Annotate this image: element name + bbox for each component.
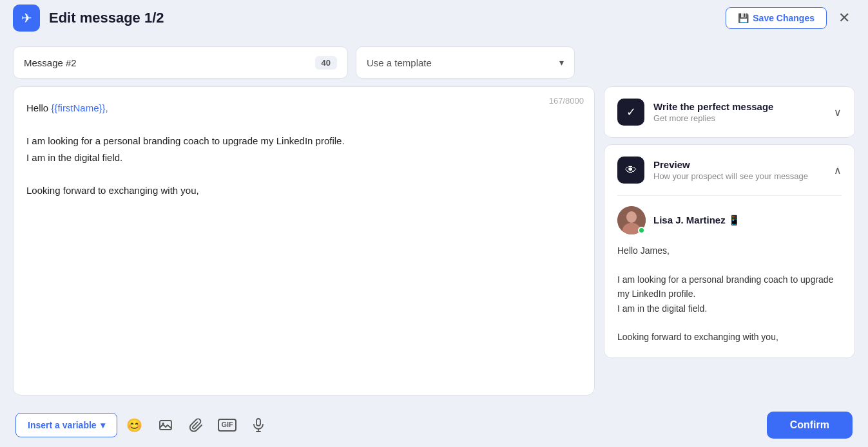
svg-point-1 bbox=[626, 211, 637, 223]
gif-icon: GIF bbox=[218, 419, 236, 431]
preview-greeting: Hello James, bbox=[617, 243, 842, 258]
avatar-online-indicator bbox=[638, 227, 645, 234]
editor-line-2: I am looking for a personal branding coa… bbox=[26, 133, 581, 149]
save-changes-button[interactable]: 💾 Save Changes bbox=[726, 7, 827, 29]
avatar bbox=[617, 206, 646, 234]
write-perfect-header[interactable]: ✓ Write the perfect message Get more rep… bbox=[604, 87, 854, 137]
preview-line1: I am looking for a personal branding coa… bbox=[617, 272, 842, 301]
avatar-image bbox=[617, 206, 646, 234]
write-perfect-title: Write the perfect message bbox=[653, 101, 825, 112]
template-select-label: Use a template bbox=[367, 57, 432, 68]
preview-chevron-icon: ∧ bbox=[834, 164, 842, 176]
write-perfect-icon: ✓ bbox=[617, 99, 644, 126]
main-content: Message #2 40 Use a template ▾ 167/8000 … bbox=[0, 36, 868, 447]
insert-variable-label: Insert a variable bbox=[28, 420, 97, 430]
write-perfect-subtitle: Get more replies bbox=[653, 113, 825, 123]
editor-hello-prefix: Hello bbox=[26, 102, 51, 113]
emoji-button[interactable]: 😊 bbox=[124, 414, 146, 436]
attachment-button[interactable] bbox=[186, 414, 207, 436]
controls-row: Message #2 40 Use a template ▾ bbox=[13, 46, 855, 79]
preview-user-row: Lisa J. Martinez 📱 bbox=[617, 206, 842, 234]
mic-button[interactable] bbox=[247, 414, 269, 436]
editor-sidebar-row: 167/8000 Hello {{firstName}}, I am looki… bbox=[13, 86, 855, 395]
write-perfect-card: ✓ Write the perfect message Get more rep… bbox=[604, 86, 855, 138]
header-right: 💾 Save Changes ✕ bbox=[726, 7, 855, 29]
message-name-label: Message #2 bbox=[24, 57, 77, 68]
preview-icon-box: 👁 bbox=[617, 157, 644, 184]
header: ✈ Edit message 1/2 💾 Save Changes ✕ bbox=[0, 0, 868, 36]
preview-subtitle: How your prospect will see your message bbox=[653, 171, 825, 181]
preview-body: Lisa J. Martinez 📱 Hello James, I am loo… bbox=[604, 196, 854, 357]
save-icon: 💾 bbox=[738, 13, 749, 23]
editor-line-3: I am in the digital field. bbox=[26, 149, 581, 166]
editor-line-4: Looking forward to exchanging with you, bbox=[26, 182, 581, 199]
preview-card: 👁 Preview How your prospect will see you… bbox=[604, 144, 855, 358]
editor-container[interactable]: 167/8000 Hello {{firstName}}, I am looki… bbox=[13, 86, 595, 395]
message-count-badge: 40 bbox=[315, 56, 337, 70]
preview-line3: Looking forward to exchanging with you, bbox=[617, 330, 842, 344]
attachment-icon bbox=[189, 418, 204, 432]
write-perfect-text: Write the perfect message Get more repli… bbox=[653, 101, 825, 123]
logo-icon: ✈ bbox=[13, 5, 40, 32]
bottom-toolbar: Insert a variable ▾ 😊 bbox=[13, 403, 855, 447]
editor-line-hello: Hello {{firstName}}, bbox=[26, 100, 581, 117]
preview-line2: I am in the digital field. bbox=[617, 301, 842, 316]
gif-button[interactable]: GIF bbox=[217, 414, 238, 436]
preview-user-name: Lisa J. Martinez 📱 bbox=[653, 214, 740, 226]
insert-variable-button[interactable]: Insert a variable ▾ bbox=[15, 413, 117, 437]
header-left: ✈ Edit message 1/2 bbox=[13, 5, 164, 32]
sidebar: ✓ Write the perfect message Get more rep… bbox=[604, 86, 855, 395]
editor-text[interactable]: Hello {{firstName}}, I am looking for a … bbox=[26, 100, 581, 382]
bottom-left-controls: Insert a variable ▾ 😊 bbox=[15, 413, 269, 437]
image-button[interactable] bbox=[155, 414, 177, 436]
image-icon bbox=[159, 418, 173, 432]
preview-message: Hello James, I am looking for a personal… bbox=[617, 243, 842, 345]
chevron-down-icon: ▾ bbox=[559, 57, 564, 68]
toolbar-icons: 😊 GIF bbox=[124, 414, 269, 436]
insert-variable-chevron-icon: ▾ bbox=[101, 420, 105, 430]
confirm-button[interactable]: Confirm bbox=[767, 412, 853, 439]
svg-rect-3 bbox=[160, 421, 171, 430]
editor-firstname-variable: {{firstName}}, bbox=[51, 102, 108, 113]
mic-icon bbox=[252, 418, 265, 432]
preview-text: Preview How your prospect will see your … bbox=[653, 159, 825, 181]
preview-title: Preview bbox=[653, 159, 825, 170]
svg-rect-5 bbox=[256, 419, 260, 426]
template-select-dropdown[interactable]: Use a template ▾ bbox=[356, 46, 575, 79]
page-title: Edit message 1/2 bbox=[49, 10, 164, 26]
message-name-box: Message #2 40 bbox=[13, 46, 348, 79]
eye-icon: 👁 bbox=[625, 164, 637, 177]
close-button[interactable]: ✕ bbox=[833, 7, 855, 29]
write-perfect-chevron-icon: ∨ bbox=[834, 106, 842, 119]
checkmark-icon: ✓ bbox=[626, 105, 636, 119]
preview-header[interactable]: 👁 Preview How your prospect will see you… bbox=[604, 145, 854, 195]
char-count: 167/8000 bbox=[549, 96, 584, 106]
